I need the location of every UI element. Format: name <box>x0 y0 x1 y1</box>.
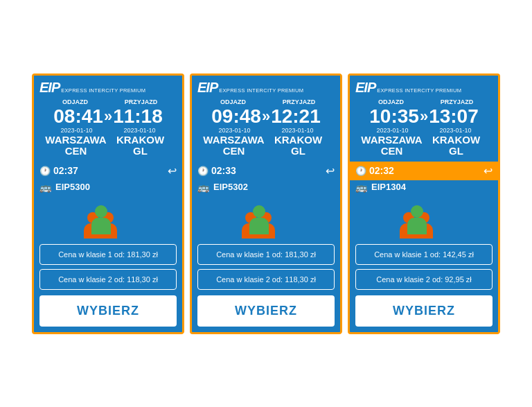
seat-icon: ↩ <box>326 164 335 177</box>
train-row: 🚌 EIP1304 <box>350 180 498 197</box>
station-arr: KRAKOWGL <box>266 135 330 157</box>
date-dep: 2023-01-10 <box>45 127 108 134</box>
time-dep: 08:41 <box>53 107 103 126</box>
train-number: EIP5302 <box>213 182 248 192</box>
price-class1-button[interactable]: Cena w klasie 1 od: 142,45 zł <box>355 244 493 265</box>
train-icon: 🚌 <box>39 182 51 193</box>
clock-icon: 🕐 <box>39 166 51 176</box>
col-dep: ODJAZD <box>42 98 108 105</box>
duration-row: 🕐 02:32 ↩ <box>350 162 498 180</box>
people-group <box>242 202 290 239</box>
card-header: EIP EXPRESS INTERCITY PREMIUM ODJAZD PRZ… <box>34 76 182 162</box>
dates-row: 2023-01-10 2023-01-10 <box>355 126 493 135</box>
station-dep: WARSZAWACEN <box>202 135 266 157</box>
train-number: EIP5300 <box>55 182 90 192</box>
date-dep: 2023-01-10 <box>203 127 266 134</box>
arrow-icon: » <box>420 107 428 125</box>
person-center <box>407 205 427 234</box>
col-dep: ODJAZD <box>358 98 424 105</box>
duration-text: 02:33 <box>211 165 236 176</box>
ticket-card-2: EIP EXPRESS INTERCITY PREMIUM ODJAZD PRZ… <box>190 73 342 334</box>
price-class2-button[interactable]: Cena w klasie 2 od: 118,30 zł <box>197 269 335 290</box>
station-dep: WARSZAWACEN <box>44 135 108 157</box>
logo-small: EXPRESS INTERCITY PREMIUM <box>377 87 461 94</box>
arrow-icon: » <box>262 107 270 125</box>
logo-big: EIP <box>355 80 375 96</box>
person-center <box>249 205 269 234</box>
wybierz-button[interactable]: WYBIERZ <box>39 295 177 327</box>
clock-icon: 🕐 <box>355 166 366 176</box>
card-header: EIP EXPRESS INTERCITY PREMIUM ODJAZD PRZ… <box>350 76 498 162</box>
station-arr: KRAKOWGL <box>424 135 488 157</box>
train-icon: 🚌 <box>355 182 367 193</box>
train-row: 🚌 EIP5300 <box>34 180 182 197</box>
time-arr: 13:07 <box>429 107 479 126</box>
people-section <box>34 197 182 244</box>
duration-text: 02:37 <box>53 165 78 176</box>
price-class2-button[interactable]: Cena w klasie 2 od: 118,30 zł <box>39 269 177 290</box>
price-class1-button[interactable]: Cena w klasie 1 od: 181,30 zł <box>197 244 335 265</box>
train-icon: 🚌 <box>197 182 209 193</box>
people-section <box>192 197 340 244</box>
logo-big: EIP <box>39 80 60 96</box>
station-arr: KRAKOWGL <box>108 135 172 157</box>
logo-small: EXPRESS INTERCITY PREMIUM <box>219 87 303 94</box>
train-number: EIP1304 <box>371 182 406 192</box>
col-dep: ODJAZD <box>200 98 266 105</box>
logo-small: EXPRESS INTERCITY PREMIUM <box>61 87 145 94</box>
col-headers: ODJAZD PRZYJAZD <box>39 98 177 105</box>
col-arr: PRZYJAZD <box>266 98 332 105</box>
card-header: EIP EXPRESS INTERCITY PREMIUM ODJAZD PRZ… <box>192 76 340 162</box>
people-section <box>350 197 498 244</box>
logo-big: EIP <box>197 80 218 96</box>
col-headers: ODJAZD PRZYJAZD <box>355 98 493 105</box>
times-row: 08:41 » 11:18 <box>39 105 177 126</box>
stations-row: WARSZAWACEN KRAKOWGL <box>39 135 177 159</box>
ticket-card-1: EIP EXPRESS INTERCITY PREMIUM ODJAZD PRZ… <box>32 73 184 334</box>
ticket-card-3: EIP EXPRESS INTERCITY PREMIUM ODJAZD PRZ… <box>348 73 500 334</box>
duration-row: 🕐 02:37 ↩ <box>34 162 182 180</box>
people-group <box>400 202 448 239</box>
time-dep: 10:35 <box>369 107 419 126</box>
price-class2-button[interactable]: Cena w klasie 2 od: 92,95 zł <box>355 269 493 290</box>
date-arr: 2023-01-10 <box>108 127 171 134</box>
prices-section: Cena w klasie 1 od: 142,45 zł Cena w kla… <box>350 244 498 295</box>
col-arr: PRZYJAZD <box>424 98 490 105</box>
duration-row: 🕐 02:33 ↩ <box>192 162 340 180</box>
prices-section: Cena w klasie 1 od: 181,30 zł Cena w kla… <box>192 244 340 295</box>
date-arr: 2023-01-10 <box>266 127 329 134</box>
wybierz-button[interactable]: WYBIERZ <box>197 295 335 327</box>
dates-row: 2023-01-10 2023-01-10 <box>197 126 335 135</box>
duration-text: 02:32 <box>369 165 394 176</box>
price-class1-button[interactable]: Cena w klasie 1 od: 181,30 zł <box>39 244 177 265</box>
seat-icon: ↩ <box>484 164 493 177</box>
people-group <box>84 202 132 239</box>
arrow-icon: » <box>104 107 112 125</box>
clock-icon: 🕐 <box>197 166 209 176</box>
col-arr: PRZYJAZD <box>108 98 174 105</box>
dates-row: 2023-01-10 2023-01-10 <box>39 126 177 135</box>
time-arr: 11:18 <box>113 107 163 126</box>
date-arr: 2023-01-10 <box>424 127 487 134</box>
cards-container: EIP EXPRESS INTERCITY PREMIUM ODJAZD PRZ… <box>21 62 511 345</box>
eip-logo: EIP EXPRESS INTERCITY PREMIUM <box>197 80 335 96</box>
eip-logo: EIP EXPRESS INTERCITY PREMIUM <box>39 80 177 96</box>
wybierz-button[interactable]: WYBIERZ <box>355 295 493 327</box>
train-row: 🚌 EIP5302 <box>192 180 340 197</box>
times-row: 09:48 » 12:21 <box>197 105 335 126</box>
station-dep: WARSZAWACEN <box>360 135 424 157</box>
times-row: 10:35 » 13:07 <box>355 105 493 126</box>
stations-row: WARSZAWACEN KRAKOWGL <box>197 135 335 159</box>
col-headers: ODJAZD PRZYJAZD <box>197 98 335 105</box>
prices-section: Cena w klasie 1 od: 181,30 zł Cena w kla… <box>34 244 182 295</box>
date-dep: 2023-01-10 <box>361 127 424 134</box>
stations-row: WARSZAWACEN KRAKOWGL <box>355 135 493 159</box>
time-dep: 09:48 <box>211 107 261 126</box>
time-arr: 12:21 <box>271 107 321 126</box>
person-center <box>91 205 111 234</box>
eip-logo: EIP EXPRESS INTERCITY PREMIUM <box>355 80 493 96</box>
seat-icon: ↩ <box>168 164 177 177</box>
